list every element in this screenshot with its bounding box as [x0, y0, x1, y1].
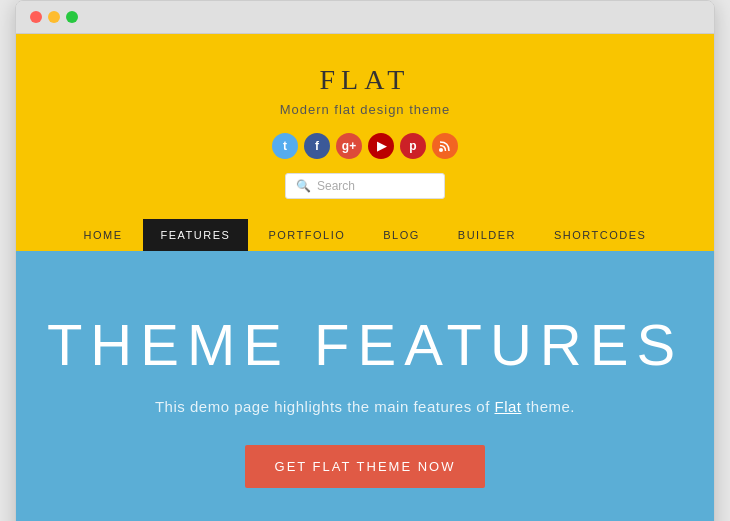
search-bar[interactable]: 🔍 Search	[285, 173, 445, 199]
pinterest-icon[interactable]: p	[400, 133, 426, 159]
cta-button[interactable]: GET FLAT THEME NOW	[245, 445, 486, 488]
youtube-icon[interactable]: ▶	[368, 133, 394, 159]
hero-title: THEME FEATURES	[36, 311, 694, 378]
search-icon: 🔍	[296, 179, 311, 193]
nav-item-features[interactable]: FEATURES	[143, 219, 249, 251]
browser-window: FLAT Modern flat design theme t f g+ ▶ p…	[15, 0, 715, 521]
browser-chrome	[16, 1, 714, 34]
hero-subtitle: This demo page highlights the main featu…	[36, 398, 694, 415]
nav-bar: HOME FEATURES PORTFOLIO BLOG BUILDER SHO…	[36, 219, 694, 251]
nav-item-blog[interactable]: BLOG	[365, 219, 438, 251]
svg-point-0	[439, 148, 443, 152]
hero-subtitle-after: theme.	[522, 398, 576, 415]
facebook-icon[interactable]: f	[304, 133, 330, 159]
nav-item-portfolio[interactable]: PORTFOLIO	[250, 219, 363, 251]
maximize-dot[interactable]	[66, 11, 78, 23]
hero-subtitle-before: This demo page highlights the main featu…	[155, 398, 495, 415]
site-subtitle: Modern flat design theme	[36, 102, 694, 117]
social-icons-bar: t f g+ ▶ p	[36, 133, 694, 159]
nav-item-home[interactable]: HOME	[66, 219, 141, 251]
rss-icon[interactable]	[432, 133, 458, 159]
nav-item-builder[interactable]: BUILDER	[440, 219, 534, 251]
site-title: FLAT	[36, 64, 694, 96]
header-section: FLAT Modern flat design theme t f g+ ▶ p…	[16, 34, 714, 251]
search-placeholder: Search	[317, 179, 355, 193]
twitter-icon[interactable]: t	[272, 133, 298, 159]
minimize-dot[interactable]	[48, 11, 60, 23]
nav-item-shortcodes[interactable]: SHORTCODES	[536, 219, 664, 251]
hero-subtitle-link[interactable]: Flat	[494, 398, 521, 415]
close-dot[interactable]	[30, 11, 42, 23]
hero-section: THEME FEATURES This demo page highlights…	[16, 251, 714, 521]
google-icon[interactable]: g+	[336, 133, 362, 159]
